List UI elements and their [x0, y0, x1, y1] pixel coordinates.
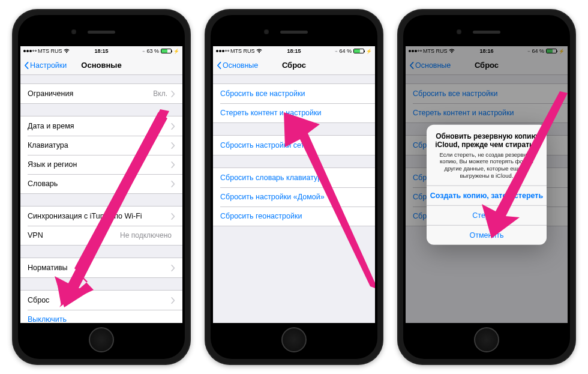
nav-bar: Основные Сброс — [213, 56, 375, 75]
clock: 18:15 — [76, 48, 128, 54]
chevron-right-icon — [171, 297, 175, 304]
row-label: Сбросить настройки «Домой» — [220, 193, 368, 201]
settings-group: Сбросить все настройкиСтереть контент и … — [213, 83, 375, 123]
settings-group: Синхронизация с iTunes по Wi-FiVPNНе под… — [20, 206, 182, 246]
row-label: Нормативы — [28, 264, 171, 272]
speaker — [88, 31, 115, 34]
row-label: VPN — [28, 231, 120, 240]
chevron-right-icon — [171, 161, 175, 168]
page-title: Сброс — [213, 61, 375, 70]
battery-icon — [353, 49, 364, 53]
front-camera — [457, 29, 461, 34]
wifi-icon — [64, 49, 70, 53]
settings-row[interactable]: Язык и регион — [20, 155, 182, 174]
row-label: Словарь — [28, 179, 171, 188]
row-label: Язык и регион — [28, 160, 171, 169]
settings-row[interactable]: Словарь — [20, 174, 182, 193]
alert-cancel-button[interactable]: Отменить — [427, 225, 547, 245]
confirm-alert: Обновить резервную копию iCloud, прежде … — [427, 124, 547, 245]
page-title: Основные — [20, 61, 182, 70]
row-label: Дата и время — [28, 122, 171, 130]
home-button[interactable] — [474, 327, 499, 352]
row-value: Не подключено — [120, 231, 172, 240]
status-bar: MTS RUS 18:15 ⌁ 63 % ⚡ — [20, 46, 182, 56]
speaker — [473, 31, 500, 34]
row-label: Сбросить словарь клавиатуры — [220, 173, 368, 182]
settings-group: ОграниченияВкл. — [20, 83, 182, 104]
settings-row[interactable]: Клавиатура — [20, 136, 182, 155]
settings-group: Сбросить словарь клавиатурыСбросить наст… — [213, 167, 375, 226]
settings-row[interactable]: Сбросить все настройки — [213, 84, 375, 103]
settings-row[interactable]: Стереть контент и настройки — [213, 103, 375, 122]
charging-icon: ⚡ — [366, 49, 372, 54]
settings-row[interactable]: VPNНе подключено — [20, 226, 182, 245]
alert-erase-button[interactable]: Стереть — [427, 205, 547, 225]
chevron-right-icon — [171, 123, 175, 130]
battery-pct: 64 % — [340, 48, 352, 54]
settings-row[interactable]: Сбросить словарь клавиатуры — [213, 168, 375, 187]
carrier-label: MTS RUS — [230, 48, 255, 54]
front-camera — [71, 29, 76, 34]
settings-row[interactable]: Сброс — [20, 291, 182, 310]
screen-3: MTS RUS 18:16 ⌁ 64 % ⚡ Основные Сброс С — [406, 46, 568, 323]
battery-pct: 63 % — [147, 48, 160, 54]
settings-list[interactable]: ОграниченияВкл.Дата и времяКлавиатураЯзы… — [20, 75, 182, 323]
settings-row[interactable]: Нормативы — [20, 258, 182, 277]
settings-row[interactable]: Сбросить геонастройки — [213, 207, 375, 226]
nav-bar: Настройки Основные — [20, 56, 182, 75]
signal-icon — [23, 50, 37, 52]
screen-2: MTS RUS 18:15 ⌁ 64 % ⚡ Основные Сброс С — [213, 46, 375, 323]
settings-row[interactable]: Дата и время — [20, 116, 182, 136]
settings-group: СбросВыключить — [20, 290, 182, 323]
settings-row[interactable]: Выключить — [20, 310, 182, 323]
reset-list[interactable]: Сбросить все настройкиСтереть контент и … — [213, 75, 375, 323]
row-value: Вкл. — [153, 89, 167, 98]
chevron-right-icon — [171, 265, 175, 271]
alert-backup-then-erase-button[interactable]: Создать копию, затем стереть — [427, 185, 547, 205]
phone-2: MTS RUS 18:15 ⌁ 64 % ⚡ Основные Сброс С — [205, 9, 383, 365]
status-bar: MTS RUS 18:15 ⌁ 64 % ⚡ — [213, 46, 375, 56]
row-label: Стереть контент и настройки — [220, 109, 368, 117]
wifi-icon — [256, 49, 262, 53]
settings-group: Нормативы — [20, 258, 182, 278]
front-camera — [264, 29, 269, 34]
row-label: Ограничения — [28, 89, 153, 98]
clock: 18:15 — [268, 48, 320, 54]
settings-row[interactable]: Сбросить настройки сети — [213, 136, 375, 155]
bluetooth-icon: ⌁ — [142, 49, 145, 54]
home-button[interactable] — [281, 327, 307, 352]
carrier-label: MTS RUS — [38, 48, 62, 54]
battery-icon — [161, 49, 172, 53]
chevron-right-icon — [171, 91, 175, 97]
signal-icon — [216, 50, 229, 52]
settings-row[interactable]: ОграниченияВкл. — [20, 84, 182, 103]
phone-3: MTS RUS 18:16 ⌁ 64 % ⚡ Основные Сброс С — [397, 9, 576, 365]
row-label: Сброс — [28, 296, 171, 304]
row-label: Синхронизация с iTunes по Wi-Fi — [28, 212, 171, 220]
alert-message: Если стереть, не создав резервную копию,… — [427, 149, 547, 185]
settings-group: Дата и времяКлавиатураЯзык и регионСлова… — [20, 116, 182, 194]
phone-1: MTS RUS 18:15 ⌁ 63 % ⚡ Настройки Основны… — [12, 9, 191, 365]
chevron-right-icon — [171, 181, 175, 187]
settings-row[interactable]: Синхронизация с iTunes по Wi-Fi — [20, 207, 182, 226]
settings-group: Сбросить настройки сети — [213, 135, 375, 155]
row-label: Сбросить настройки сети — [220, 141, 368, 149]
chevron-right-icon — [171, 142, 175, 149]
row-label: Сбросить геонастройки — [220, 212, 368, 220]
chevron-right-icon — [171, 213, 175, 220]
row-label: Сбросить все настройки — [220, 89, 368, 98]
bluetooth-icon: ⌁ — [335, 49, 338, 54]
home-button[interactable] — [89, 327, 114, 352]
settings-row[interactable]: Сбросить настройки «Домой» — [213, 187, 375, 207]
speaker — [280, 31, 308, 34]
charging-icon: ⚡ — [173, 49, 179, 54]
row-label: Выключить — [28, 315, 175, 323]
screen-1: MTS RUS 18:15 ⌁ 63 % ⚡ Настройки Основны… — [20, 46, 182, 323]
row-label: Клавиатура — [28, 141, 171, 149]
alert-title: Обновить резервную копию iCloud, прежде … — [427, 124, 547, 149]
